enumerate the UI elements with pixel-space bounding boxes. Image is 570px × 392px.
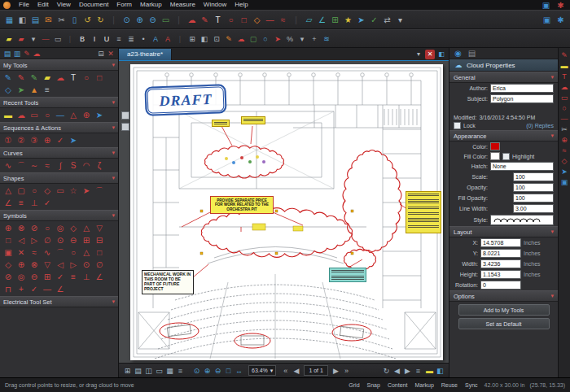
tool-icon[interactable]: ① xyxy=(2,134,15,146)
y-field[interactable]: 8.0221 xyxy=(480,249,521,258)
menu-document[interactable]: Document xyxy=(76,0,112,10)
symbol-icon[interactable]: ⊓ xyxy=(2,283,15,295)
page-prev-icon[interactable]: ◀ xyxy=(291,365,301,376)
tool-icon[interactable]: ⊕ xyxy=(80,109,93,121)
circle-icon[interactable]: ○ xyxy=(260,33,271,45)
font-color-icon[interactable]: A xyxy=(150,33,161,45)
edit-icon[interactable]: ✎ xyxy=(223,33,235,45)
italic-icon[interactable]: I xyxy=(89,33,100,45)
text-tool-icon[interactable]: T xyxy=(212,14,224,26)
icon[interactable]: □ xyxy=(223,365,234,376)
x-field[interactable]: 14.5708 xyxy=(480,238,521,247)
symbol-icon[interactable]: ▣ xyxy=(2,246,15,259)
tool-icon[interactable]: ➤ xyxy=(15,84,28,96)
cloud-markup-selected[interactable] xyxy=(201,208,352,258)
color-swatch[interactable] xyxy=(490,142,500,150)
symbol-icon[interactable]: ⊞ xyxy=(41,271,54,283)
cloud-plus-icon[interactable]: ☁ xyxy=(235,33,247,45)
curve-tool-icon[interactable]: ∿ xyxy=(2,159,15,172)
section-header-general[interactable]: General ▾ xyxy=(449,72,558,83)
shape-tool-icon[interactable]: ○ xyxy=(28,185,41,197)
icon[interactable]: ▬ xyxy=(424,365,435,376)
cloud-panel-icon[interactable]: ☁ xyxy=(32,49,42,59)
zoom-in-icon[interactable]: ⊕ xyxy=(134,14,146,26)
properties-tab-icon[interactable]: ◉ xyxy=(452,48,464,59)
gear-icon[interactable]: ✱ xyxy=(555,14,567,26)
email-icon[interactable]: ✉ xyxy=(42,14,55,26)
symbol-icon[interactable]: ▽ xyxy=(93,222,106,234)
pan-icon[interactable]: ⊙ xyxy=(121,14,133,26)
tool-icon[interactable]: ◇ xyxy=(2,84,15,96)
document-tab[interactable]: a23-theatre* xyxy=(119,49,172,60)
markup-tool-icon[interactable]: ⊕ xyxy=(559,135,569,145)
section-header-symbols[interactable]: Symbols ▾ xyxy=(0,210,118,221)
section-header-layout[interactable]: Layout ▾ xyxy=(449,226,558,237)
shape-tool-icon[interactable]: ⌒ xyxy=(93,185,106,197)
pdf-page[interactable]: DRAFT PROVIDE SEPARATE PRICE FOR WORK RE… xyxy=(130,64,443,360)
icon[interactable]: ▦ xyxy=(164,365,175,376)
font-highlight-icon[interactable]: A xyxy=(162,33,173,45)
shape-tool-icon[interactable]: ▭ xyxy=(54,185,67,197)
symbol-icon[interactable]: ◁ xyxy=(54,259,67,271)
cloud-markup[interactable] xyxy=(343,150,401,252)
height-field[interactable]: 1.1543 xyxy=(480,270,521,279)
icon[interactable]: ◧ xyxy=(435,365,445,376)
select-icon[interactable]: ▭ xyxy=(160,14,172,26)
status-toggle[interactable]: Reuse xyxy=(440,382,459,388)
curve-tool-icon[interactable]: ⌒ xyxy=(15,159,28,172)
author-field[interactable]: Erica xyxy=(490,84,554,93)
fill-color-swatch[interactable] xyxy=(490,152,500,160)
ellipse-tool-icon[interactable]: ○ xyxy=(225,14,237,26)
tool-icon[interactable]: ○ xyxy=(80,72,93,84)
note-box[interactable] xyxy=(212,120,230,127)
highlight-color-icon[interactable]: ▰ xyxy=(3,33,15,45)
split-icon[interactable]: ◧ xyxy=(199,33,210,45)
measure-area-icon[interactable]: ▱ xyxy=(303,14,315,26)
separator[interactable]: | xyxy=(174,33,186,45)
symbol-icon[interactable]: ∠ xyxy=(54,283,67,295)
close-document-icon[interactable]: ✕ xyxy=(425,50,435,59)
shape-tool-icon[interactable]: ⊥ xyxy=(28,197,41,209)
shape-tool-icon[interactable]: ▢ xyxy=(15,185,28,197)
grid-icon[interactable]: ⊞ xyxy=(329,14,341,26)
add-to-my-tools-button[interactable]: Add to My Tools xyxy=(458,304,550,316)
tool-icon[interactable]: □ xyxy=(93,72,106,84)
bullet-icon[interactable]: • xyxy=(138,33,149,45)
tool-icon[interactable]: ▭ xyxy=(28,109,41,121)
section-header-electrical[interactable]: Electrical Tool Set ▾ xyxy=(0,296,118,307)
hatch-select[interactable]: None xyxy=(490,162,554,171)
shape-tool-icon[interactable]: ≡ xyxy=(15,197,28,209)
symbol-icon[interactable]: △ xyxy=(80,246,93,259)
menu-form[interactable]: Form xyxy=(113,0,135,10)
section-header-my-tools[interactable]: My Tools ▾ xyxy=(0,59,118,71)
symbol-icon[interactable]: ○ xyxy=(41,222,54,234)
symbol-icon[interactable]: △ xyxy=(80,222,93,234)
studio-icon[interactable]: ▣ xyxy=(541,14,553,26)
icon[interactable]: ↔ xyxy=(234,365,244,376)
markup-tool-icon[interactable]: ▬ xyxy=(559,61,569,71)
markup-tool-icon[interactable]: T xyxy=(559,72,569,81)
symbol-icon[interactable]: ∅ xyxy=(93,259,106,271)
tool-icon[interactable]: ≡ xyxy=(41,84,54,96)
menu-window[interactable]: Window xyxy=(200,0,230,10)
menu-view[interactable]: View xyxy=(54,0,74,10)
markup-tool-icon[interactable]: ◇ xyxy=(559,156,569,166)
zoom-out-icon[interactable]: ⊖ xyxy=(147,14,159,26)
section-header-sequences[interactable]: Sequences & Actions ▾ xyxy=(0,122,118,133)
tab-list-dropdown-icon[interactable]: ▾ xyxy=(414,50,423,59)
lock-checkbox[interactable] xyxy=(454,122,461,129)
shape-tool-icon[interactable]: ∠ xyxy=(2,197,15,209)
pen-tool-icon[interactable]: ✎ xyxy=(199,14,211,26)
symbol-icon[interactable]: + xyxy=(15,283,28,295)
icon[interactable]: ◀ xyxy=(392,365,402,376)
highlight-checkbox[interactable] xyxy=(502,153,510,160)
table-icon[interactable]: ⊞ xyxy=(186,33,198,45)
symbol-icon[interactable]: ⊖ xyxy=(67,234,80,246)
curve-tool-icon[interactable]: ∫ xyxy=(54,159,67,172)
symbol-icon[interactable]: ⊥ xyxy=(80,271,93,283)
symbol-icon[interactable]: — xyxy=(41,283,54,295)
markup-list-icon[interactable]: ✎ xyxy=(22,49,32,59)
icon[interactable]: ≡ xyxy=(175,365,186,376)
markup-tool-icon[interactable]: ≈ xyxy=(559,146,569,155)
curve-tool-icon[interactable]: ◠ xyxy=(80,159,93,172)
